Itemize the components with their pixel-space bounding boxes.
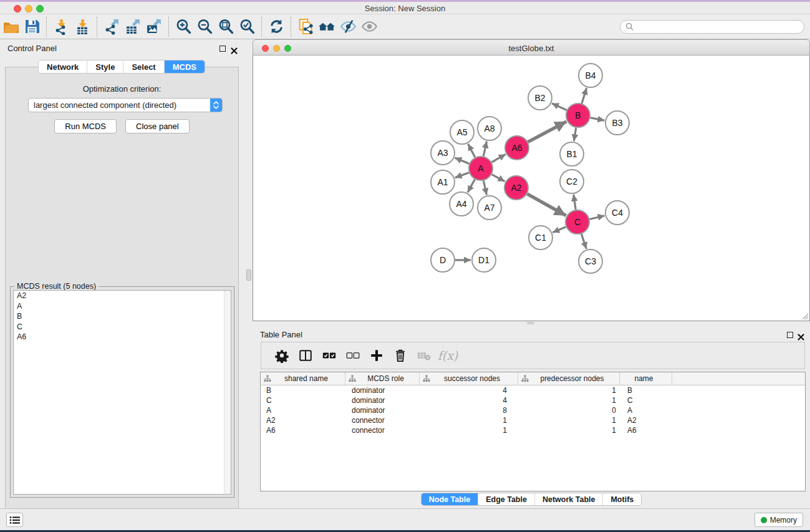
cell-mcds_role[interactable]: connector bbox=[345, 416, 420, 425]
mcds-result-item[interactable]: B bbox=[14, 311, 231, 322]
cell-name[interactable]: A6 bbox=[620, 426, 672, 435]
tab-style[interactable]: Style bbox=[87, 60, 123, 73]
node-A2[interactable]: A2 bbox=[504, 176, 528, 200]
panel-list-button[interactable] bbox=[6, 513, 23, 527]
column-header-MCDS-role[interactable]: MCDS role bbox=[345, 372, 420, 385]
edge-C-C1[interactable] bbox=[552, 227, 566, 233]
network-canvas[interactable]: AA1A2A3A4A5A6A7A8BB1B2B3B4CC1C2C3C4DD1 bbox=[253, 56, 810, 321]
run-mcds-button[interactable]: Run MCDS bbox=[54, 119, 117, 133]
node-D[interactable]: D bbox=[431, 248, 455, 272]
mcds-result-item[interactable]: A6 bbox=[14, 332, 231, 342]
tab-node-table[interactable]: Node Table bbox=[422, 493, 478, 505]
save-session-icon[interactable] bbox=[21, 16, 42, 37]
export-image-icon[interactable] bbox=[143, 16, 165, 37]
cell-successor_nodes[interactable]: 1 bbox=[420, 426, 518, 435]
edge-A6-B[interactable] bbox=[528, 122, 567, 142]
cell-mcds_role[interactable]: dominator bbox=[345, 396, 420, 405]
open-session-icon[interactable] bbox=[0, 16, 21, 37]
search-field[interactable] bbox=[620, 20, 804, 34]
cell-shared_name[interactable]: B bbox=[261, 386, 345, 395]
node-A3[interactable]: A3 bbox=[431, 141, 455, 165]
zoom-out-icon[interactable] bbox=[194, 16, 215, 37]
cell-predecessor_nodes[interactable]: 0 bbox=[518, 406, 620, 415]
select-all-icon[interactable] bbox=[317, 346, 341, 365]
node-B3[interactable]: B3 bbox=[605, 111, 629, 135]
node-D1[interactable]: D1 bbox=[472, 248, 496, 272]
cell-mcds_role[interactable]: dominator bbox=[345, 406, 420, 415]
table-row[interactable]: A2connector11A2 bbox=[261, 415, 805, 425]
refresh-icon[interactable] bbox=[266, 16, 287, 37]
import-network-icon[interactable] bbox=[51, 16, 72, 37]
column-header-successor-nodes[interactable]: successor nodes bbox=[420, 372, 518, 385]
cell-name[interactable]: A bbox=[620, 406, 672, 415]
edge-B-B3[interactable] bbox=[591, 118, 605, 120]
cell-successor_nodes[interactable]: 4 bbox=[420, 396, 518, 405]
node-A7[interactable]: A7 bbox=[478, 196, 501, 220]
criterion-dropdown[interactable]: largest connected component (directed) bbox=[28, 98, 223, 112]
float-panel-icon[interactable] bbox=[219, 46, 226, 52]
edge-B-B1[interactable] bbox=[574, 128, 576, 142]
cell-predecessor_nodes[interactable]: 1 bbox=[518, 416, 620, 425]
network-window-titlebar[interactable]: testGlobe.txt bbox=[253, 39, 810, 56]
node-B4[interactable]: B4 bbox=[579, 64, 602, 87]
deselect-all-icon[interactable] bbox=[341, 346, 365, 365]
table-row[interactable]: Cdominator41C bbox=[261, 395, 805, 405]
close-table-panel-icon[interactable] bbox=[798, 332, 804, 339]
cell-mcds_role[interactable]: connector bbox=[345, 426, 420, 435]
node-C[interactable]: C bbox=[566, 210, 589, 234]
resize-grip-icon[interactable] bbox=[800, 311, 809, 320]
node-C4[interactable]: C4 bbox=[605, 201, 629, 225]
cell-shared_name[interactable]: A2 bbox=[261, 416, 345, 425]
delete-table-icon[interactable] bbox=[412, 346, 436, 365]
tab-motifs[interactable]: Motifs bbox=[603, 493, 641, 505]
cell-successor_nodes[interactable]: 4 bbox=[420, 386, 518, 395]
cell-successor_nodes[interactable]: 8 bbox=[420, 406, 518, 415]
mcds-result-item[interactable]: A2 bbox=[14, 291, 231, 301]
edge-C-C2[interactable] bbox=[574, 195, 576, 210]
result-scrollbar[interactable] bbox=[224, 291, 231, 494]
edge-A-A6[interactable] bbox=[491, 154, 505, 162]
open-doc-network-icon[interactable] bbox=[295, 16, 316, 37]
column-header-name[interactable]: name bbox=[620, 372, 672, 385]
cell-mcds_role[interactable]: dominator bbox=[345, 386, 420, 395]
memory-button[interactable]: Memory bbox=[755, 513, 803, 527]
zoom-fit-icon[interactable] bbox=[215, 16, 236, 37]
cell-successor_nodes[interactable]: 1 bbox=[420, 416, 518, 425]
cell-predecessor_nodes[interactable]: 1 bbox=[518, 386, 620, 395]
search-input[interactable] bbox=[636, 21, 804, 32]
close-panel-icon[interactable] bbox=[231, 46, 238, 52]
add-icon[interactable] bbox=[365, 346, 388, 365]
edge-A-A4[interactable] bbox=[468, 180, 475, 193]
cell-predecessor_nodes[interactable]: 1 bbox=[518, 426, 620, 435]
node-B[interactable]: B bbox=[566, 104, 590, 127]
edge-A-A7[interactable] bbox=[483, 181, 486, 195]
import-table-icon[interactable] bbox=[72, 16, 93, 37]
edge-A-A8[interactable] bbox=[483, 142, 486, 157]
node-A4[interactable]: A4 bbox=[450, 192, 473, 216]
edge-A-A2[interactable] bbox=[492, 175, 505, 181]
zoom-in-icon[interactable] bbox=[173, 16, 194, 37]
tab-network[interactable]: Network bbox=[39, 60, 87, 73]
edge-B-B2[interactable] bbox=[552, 104, 567, 110]
node-B2[interactable]: B2 bbox=[528, 86, 552, 110]
edge-A-A5[interactable] bbox=[468, 144, 475, 158]
node-A[interactable]: A bbox=[469, 157, 493, 180]
edge-C-C3[interactable] bbox=[581, 234, 586, 249]
column-header-predecessor-nodes[interactable]: predecessor nodes bbox=[518, 372, 620, 385]
close-panel-button[interactable]: Close panel bbox=[125, 119, 190, 133]
horizontal-split-handle[interactable] bbox=[527, 322, 534, 324]
edge-B-B4[interactable] bbox=[582, 88, 587, 104]
cell-name[interactable]: B bbox=[620, 386, 672, 395]
node-A1[interactable]: A1 bbox=[431, 170, 455, 194]
node-C2[interactable]: C2 bbox=[560, 170, 584, 193]
cell-shared_name[interactable]: A6 bbox=[261, 426, 345, 435]
node-C1[interactable]: C1 bbox=[529, 226, 552, 249]
column-icon[interactable] bbox=[294, 346, 317, 365]
cell-predecessor_nodes[interactable]: 1 bbox=[518, 396, 620, 405]
tab-mcds[interactable]: MCDS bbox=[165, 60, 205, 73]
cell-shared_name[interactable]: C bbox=[261, 396, 345, 405]
mcds-result-item[interactable]: C bbox=[14, 322, 231, 332]
table-row[interactable]: Adominator80A bbox=[261, 405, 805, 415]
zoom-selected-icon[interactable] bbox=[236, 16, 258, 37]
node-C3[interactable]: C3 bbox=[579, 249, 602, 273]
